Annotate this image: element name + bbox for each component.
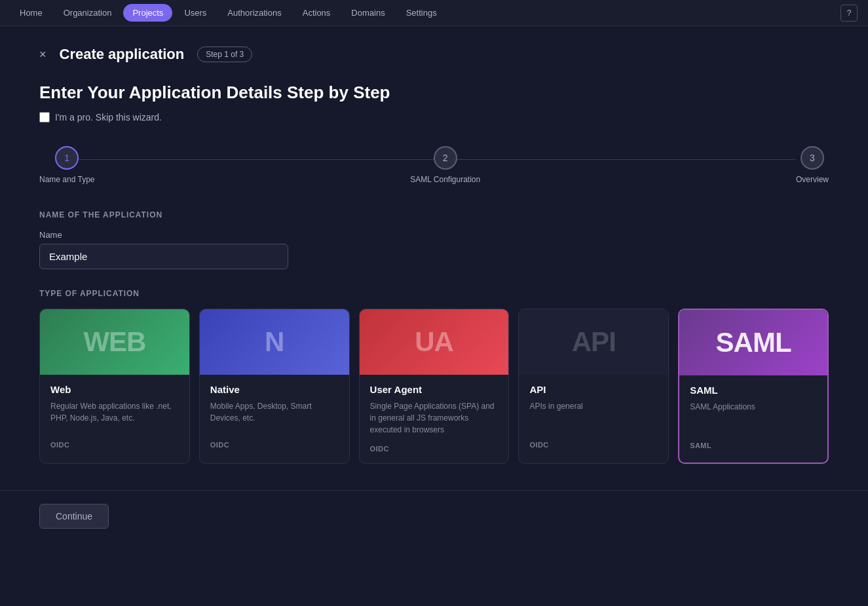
nav-item-actions[interactable]: Actions xyxy=(293,4,340,22)
nav-item-authorizations[interactable]: Authorizations xyxy=(218,4,290,22)
wizard-title: Enter Your Application Details Step by S… xyxy=(39,83,829,103)
stepper: 1 Name and Type 2 SAML Configuration 3 O… xyxy=(39,146,829,184)
continue-button[interactable]: Continue xyxy=(39,504,109,529)
page-content: × Create application Step 1 of 3 Enter Y… xyxy=(0,26,868,490)
card-image-web: WEB xyxy=(40,309,189,375)
page-title: Create application xyxy=(60,46,185,63)
type-section-heading: TYPE OF APPLICATION xyxy=(39,289,829,298)
name-field-label: Name xyxy=(39,230,829,240)
card-name-web: Web xyxy=(50,384,179,395)
nav-item-projects[interactable]: Projects xyxy=(123,4,172,22)
step-1: 1 Name and Type xyxy=(39,146,95,184)
card-desc-web: Regular Web applications like .net, PHP,… xyxy=(50,400,179,432)
card-desc-saml: SAML Applications xyxy=(690,401,817,432)
card-image-useragent: UA xyxy=(360,309,509,375)
card-image-native: N xyxy=(200,309,349,375)
card-image-saml: SAML xyxy=(679,310,827,375)
name-input[interactable] xyxy=(39,244,288,269)
card-image-api: API xyxy=(519,309,668,375)
card-body-useragent: User Agent Single Page Applications (SPA… xyxy=(360,375,509,463)
app-type-card-saml[interactable]: SAML SAML SAML Applications SAML xyxy=(678,309,829,464)
name-section-heading: NAME OF THE APPLICATION xyxy=(39,210,829,219)
card-body-native: Native Mobile Apps, Desktop, Smart Devic… xyxy=(200,375,349,459)
card-protocol-native: OIDC xyxy=(210,441,339,449)
nav-item-settings[interactable]: Settings xyxy=(397,4,446,22)
step-3: 3 Overview xyxy=(796,146,829,184)
card-body-web: Web Regular Web applications like .net, … xyxy=(40,375,189,459)
header-row: × Create application Step 1 of 3 xyxy=(39,46,829,63)
step-2: 2 SAML Configuration xyxy=(410,146,480,184)
app-type-card-api[interactable]: API API APIs in general OIDC xyxy=(518,309,669,464)
name-section: NAME OF THE APPLICATION Name xyxy=(39,210,829,269)
nav-item-users[interactable]: Users xyxy=(175,4,216,22)
card-name-saml: SAML xyxy=(690,385,817,396)
card-desc-native: Mobile Apps, Desktop, Smart Devices, etc… xyxy=(210,400,339,432)
app-type-card-useragent[interactable]: UA User Agent Single Page Applications (… xyxy=(359,309,510,464)
card-protocol-saml: SAML xyxy=(690,442,817,449)
step-2-circle: 2 xyxy=(434,146,457,170)
step-2-label: SAML Configuration xyxy=(410,175,480,184)
card-desc-useragent: Single Page Applications (SPA) and in ge… xyxy=(370,400,499,436)
app-type-card-web[interactable]: WEB Web Regular Web applications like .n… xyxy=(39,309,190,464)
card-name-api: API xyxy=(529,384,658,395)
nav-item-home[interactable]: Home xyxy=(10,4,52,22)
step-3-circle: 3 xyxy=(801,146,824,170)
type-section: TYPE OF APPLICATION WEB Web Regular Web … xyxy=(39,289,829,464)
footer: Continue xyxy=(0,490,868,542)
nav-item-domains[interactable]: Domains xyxy=(342,4,394,22)
step-3-label: Overview xyxy=(796,175,829,184)
step-badge: Step 1 of 3 xyxy=(197,47,252,62)
card-protocol-web: OIDC xyxy=(50,441,179,449)
step-1-circle: 1 xyxy=(55,146,79,170)
nav-item-organization[interactable]: Organization xyxy=(54,4,121,22)
card-protocol-useragent: OIDC xyxy=(370,445,499,453)
card-body-api: API APIs in general OIDC xyxy=(519,375,668,459)
card-body-saml: SAML SAML Applications SAML xyxy=(679,375,827,460)
step-1-label: Name and Type xyxy=(39,175,95,184)
close-button[interactable]: × xyxy=(39,48,47,60)
pro-skip-checkbox[interactable] xyxy=(39,112,50,123)
navbar: HomeOrganizationProjectsUsersAuthorizati… xyxy=(0,0,868,26)
pro-skip-label[interactable]: I'm a pro. Skip this wizard. xyxy=(55,112,162,123)
card-protocol-api: OIDC xyxy=(529,441,658,449)
card-desc-api: APIs in general xyxy=(529,400,658,432)
app-type-card-native[interactable]: N Native Mobile Apps, Desktop, Smart Dev… xyxy=(199,309,350,464)
card-name-useragent: User Agent xyxy=(370,384,499,395)
help-button[interactable]: ? xyxy=(840,5,858,22)
card-name-native: Native xyxy=(210,384,339,395)
pro-skip-row: I'm a pro. Skip this wizard. xyxy=(39,112,829,123)
app-type-cards: WEB Web Regular Web applications like .n… xyxy=(39,309,829,464)
